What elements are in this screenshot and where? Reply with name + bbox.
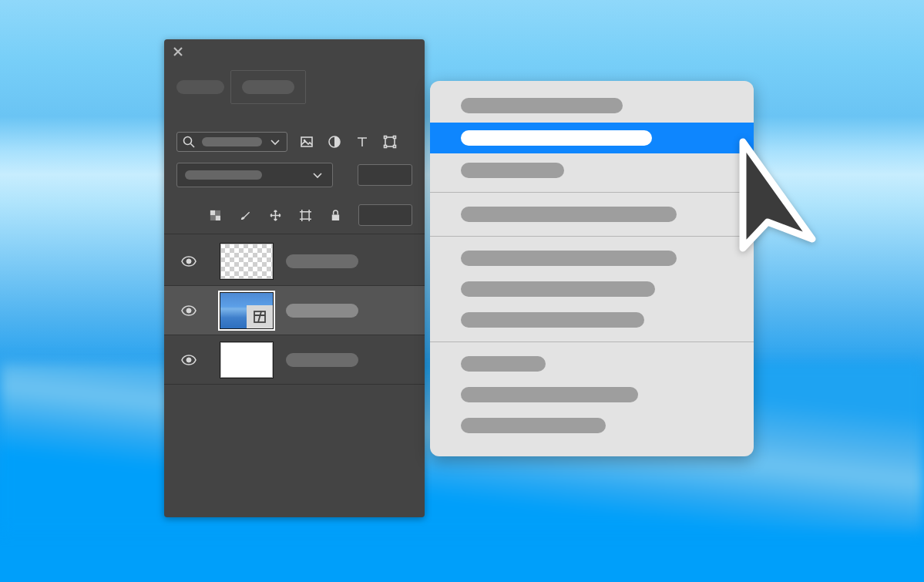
menu-item-highlighted[interactable] [430,123,754,153]
artboard-lock-icon[interactable] [299,208,312,222]
layer-thumbnail[interactable] [220,292,274,329]
svg-point-0 [184,137,192,145]
menu-item[interactable] [430,304,754,335]
lock-icon[interactable] [329,208,342,222]
svg-rect-9 [210,210,216,215]
fill-field[interactable] [358,204,412,226]
opacity-field[interactable] [358,164,412,186]
menu-item[interactable] [430,410,754,441]
svg-point-18 [186,358,191,362]
layer-thumbnail[interactable] [220,341,274,378]
menu-item[interactable] [430,243,754,274]
svg-rect-11 [215,210,220,215]
close-icon[interactable] [172,45,184,58]
layers-list [164,237,425,385]
svg-rect-10 [215,215,220,220]
panel-tabs [176,70,306,104]
svg-point-15 [186,259,191,264]
layer-name-label[interactable] [286,304,358,318]
menu-item[interactable] [430,90,754,121]
move-lock-icon[interactable] [269,208,282,222]
transparency-lock-icon[interactable] [209,208,222,222]
layer-name-label[interactable] [286,254,358,268]
blend-mode-select[interactable] [176,163,333,187]
lock-row [164,198,425,234]
layer-name-label[interactable] [286,353,358,367]
svg-point-16 [186,308,191,313]
svg-rect-5 [385,136,387,139]
search-icon [182,135,196,149]
svg-rect-12 [210,215,216,220]
panel-tab-active[interactable] [230,70,306,104]
svg-rect-7 [385,146,387,148]
menu-separator [430,192,754,193]
layer-row-selected[interactable] [164,286,425,335]
filter-kind-label [202,137,262,146]
menu-item[interactable] [430,379,754,410]
desktop-background [0,0,924,582]
layer-row[interactable] [164,335,425,385]
svg-rect-6 [394,136,396,139]
filter-row [176,132,412,152]
svg-rect-13 [301,211,308,218]
layers-panel [164,39,425,517]
visibility-toggle-icon[interactable] [180,305,198,316]
image-filter-icon[interactable] [300,135,314,149]
menu-item[interactable] [430,155,754,186]
svg-rect-14 [331,214,338,220]
blend-row [176,163,412,187]
shape-filter-icon[interactable] [383,135,397,149]
layer-row[interactable] [164,237,425,286]
menu-item[interactable] [430,199,754,230]
smart-object-badge-icon [247,305,273,328]
menu-item[interactable] [430,274,754,304]
svg-rect-8 [394,146,396,148]
layer-thumbnail[interactable] [220,243,274,280]
chevron-down-icon [311,168,324,182]
menu-separator [430,341,754,342]
context-menu [430,81,754,456]
layer-filter-select[interactable] [176,132,287,152]
visibility-toggle-icon[interactable] [180,355,198,365]
type-filter-icon[interactable] [355,135,369,149]
chevron-down-icon [268,135,282,149]
panel-tab[interactable] [176,80,224,94]
menu-item[interactable] [430,348,754,379]
menu-separator [430,236,754,237]
brush-lock-icon[interactable] [239,208,252,222]
visibility-toggle-icon[interactable] [180,256,198,267]
adjustment-filter-icon[interactable] [328,135,341,149]
